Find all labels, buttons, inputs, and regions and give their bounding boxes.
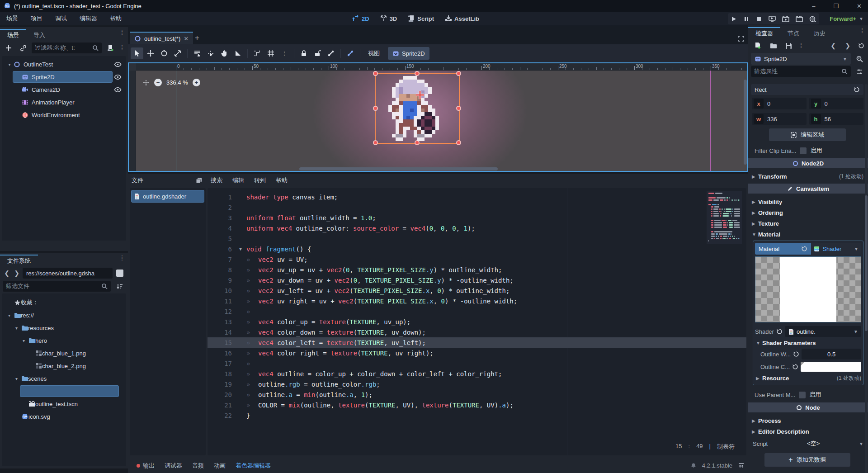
lock-icon[interactable] xyxy=(297,47,310,59)
bottom-tab-动画[interactable]: 动画 xyxy=(209,458,231,473)
edited-object-dropdown[interactable]: Sprite2D ▼ xyxy=(751,53,851,65)
list-select-icon[interactable] xyxy=(191,47,203,59)
add-metadata-button[interactable]: +添加元数据 xyxy=(764,453,850,467)
load-resource-button[interactable] xyxy=(767,40,779,51)
code-line-6[interactable]: 6▼void fragment() { xyxy=(208,244,746,254)
play-scene-icon[interactable] xyxy=(769,16,776,22)
toggle-split-mode-button[interactable] xyxy=(116,270,123,277)
tab-scene[interactable]: 场景 xyxy=(0,29,26,41)
revert-icon[interactable] xyxy=(792,364,798,370)
selection-handle[interactable] xyxy=(373,106,378,111)
rect-section-header[interactable]: Rect xyxy=(751,84,863,95)
code-line-5[interactable]: 5 xyxy=(208,233,746,244)
pan-icon[interactable] xyxy=(218,47,231,59)
code-editor[interactable]: 1shader_type canvas_item;23uniform float… xyxy=(208,188,746,455)
sprite2d-context-button[interactable]: Sprite2D xyxy=(388,47,429,60)
section-material[interactable]: ▼Material xyxy=(751,229,863,240)
code-lines[interactable]: 1shader_type canvas_item;23uniform float… xyxy=(208,192,746,421)
outline-width-field[interactable]: 0.5 xyxy=(802,349,861,359)
current-path-field[interactable]: res://scenes/outline.gdsha xyxy=(23,268,113,279)
expand-bottom-panel-icon[interactable] xyxy=(738,463,745,468)
fs-item-char_blue_2.png[interactable]: char_blue_2.png xyxy=(2,359,126,372)
revert-icon[interactable] xyxy=(776,328,783,335)
maximize-button[interactable]: ❒ xyxy=(833,3,839,9)
zoom-percent[interactable]: 336.4 % xyxy=(166,79,188,86)
stop-icon[interactable] xyxy=(756,16,762,22)
view-menu-button[interactable]: 视图 xyxy=(363,49,384,57)
fs-item-outline_test.tscn[interactable]: outline_test.tscn xyxy=(2,397,126,410)
new-scene-tab-button[interactable]: + xyxy=(195,33,199,43)
minimize-button[interactable]: – xyxy=(812,3,815,9)
close-icon[interactable]: ✕ xyxy=(184,35,189,42)
menu-项目[interactable]: 项目 xyxy=(24,14,49,23)
category-node[interactable]: Node xyxy=(748,402,868,412)
rotate-icon[interactable] xyxy=(158,47,170,59)
dock-menu-icon[interactable]: ⁞ xyxy=(119,32,125,34)
select-icon[interactable] xyxy=(131,47,143,59)
selection-handle[interactable] xyxy=(456,71,461,76)
snap-options-menu-icon[interactable]: ⁞ xyxy=(278,47,291,59)
section-transform[interactable]: ▶Transform (1 处改动) xyxy=(751,171,863,182)
workspace-3d[interactable]: 3D xyxy=(376,13,401,24)
section-process[interactable]: ▶Process xyxy=(751,415,863,426)
fs-item-resources[interactable]: ▾resources xyxy=(2,322,126,334)
ruler-icon[interactable] xyxy=(231,47,244,59)
edit-region-button[interactable]: 编辑区域 xyxy=(769,128,846,141)
visibility-eye-icon[interactable] xyxy=(114,61,122,67)
section-texture[interactable]: ▶Texture xyxy=(751,218,863,229)
category-canvasitem[interactable]: CanvasItem xyxy=(748,184,868,194)
scene-filter-input[interactable]: 过滤器:名称、t: xyxy=(32,43,102,53)
fs-item-scenes[interactable]: ▾scenes xyxy=(2,372,126,385)
scene-node-AnimationPlayer[interactable]: AnimationPlayer xyxy=(2,96,126,109)
workspace-script[interactable]: Script xyxy=(404,13,438,24)
code-line-12[interactable]: 12» xyxy=(208,306,746,317)
indent-type-label[interactable]: 制表符 xyxy=(717,443,735,451)
sprite-pixel-art[interactable] xyxy=(388,76,446,141)
bottom-tab-着色器编辑器[interactable]: 着色器编辑器 xyxy=(231,458,276,473)
shader-menu-搜索[interactable]: 搜索 xyxy=(206,176,227,184)
scene-node-OutlineTest[interactable]: ▾OutlineTest xyxy=(2,58,126,71)
play-custom-icon[interactable] xyxy=(796,16,803,22)
tab-import[interactable]: 导入 xyxy=(26,29,52,41)
revert-icon[interactable] xyxy=(793,351,799,357)
section-visibility[interactable]: ▶Visibility xyxy=(751,196,863,207)
zoom-in-button[interactable]: + xyxy=(193,79,200,86)
attach-script-button[interactable] xyxy=(104,43,116,53)
rect-y-field[interactable]: y0 xyxy=(809,98,864,109)
category-node2d[interactable]: Node2D xyxy=(748,158,868,168)
selection-handle[interactable] xyxy=(373,140,378,145)
nav-forward-button[interactable]: ❯ xyxy=(13,270,21,277)
code-line-1[interactable]: 1shader_type canvas_item; xyxy=(208,192,746,202)
play-icon[interactable] xyxy=(731,16,737,22)
code-line-4[interactable]: 4uniform vec4 outline_color: source_colo… xyxy=(208,223,746,233)
filesystem-filter-input[interactable]: 筛选文件 xyxy=(3,281,111,292)
code-line-14[interactable]: 14»vec4 color_down = texture(TEXTURE, uv… xyxy=(208,327,746,337)
section-editor-description[interactable]: ▶Editor Description xyxy=(751,426,863,437)
fs-item-[interactable]: 收藏： xyxy=(2,296,126,309)
code-line-7[interactable]: 7»vec2 uv = UV; xyxy=(208,254,746,265)
snap-pixel-icon[interactable] xyxy=(204,47,217,59)
distraction-free-icon[interactable] xyxy=(738,35,745,42)
smart-snap-icon[interactable] xyxy=(251,47,264,59)
canvas[interactable]: − 336.4 % + xyxy=(136,71,747,171)
save-resource-button[interactable] xyxy=(783,40,794,51)
inspector-scrollbar[interactable] xyxy=(865,84,868,473)
selection-handle[interactable] xyxy=(415,71,420,76)
rect-x-field[interactable]: x0 xyxy=(752,98,807,109)
fs-item-char_blue_1.png[interactable]: char_blue_1.png xyxy=(2,347,126,359)
code-line-9[interactable]: 9»vec2 uv_down = uv + vec2(0, TEXTURE_PI… xyxy=(208,275,746,285)
rect-w-field[interactable]: w336 xyxy=(752,113,807,125)
menu-编辑器[interactable]: 编辑器 xyxy=(73,14,104,23)
code-line-8[interactable]: 8»vec2 uv_up = uv + vec2(0, TEXTURE_PIXE… xyxy=(208,265,746,275)
revert-icon[interactable] xyxy=(801,246,807,252)
shader-menu-帮助[interactable]: 帮助 xyxy=(271,176,292,184)
menu-帮助[interactable]: 帮助 xyxy=(104,14,128,23)
code-line-21[interactable]: 21»COLOR = mix(outline, texture(TEXTURE,… xyxy=(208,400,746,410)
code-line-20[interactable]: 20»outline.a = min(outline.a, 1); xyxy=(208,389,746,400)
object-history-icon[interactable] xyxy=(858,43,864,49)
code-line-2[interactable]: 2 xyxy=(208,202,746,213)
inspector-filter-input[interactable]: 筛选属性 xyxy=(751,66,851,77)
fs-item-res[interactable]: ▾res:// xyxy=(2,309,126,322)
resource-extra-menu-icon[interactable]: ⁞ xyxy=(798,45,804,47)
section-resource[interactable]: ▶Resource (1 处改动) xyxy=(755,373,861,383)
